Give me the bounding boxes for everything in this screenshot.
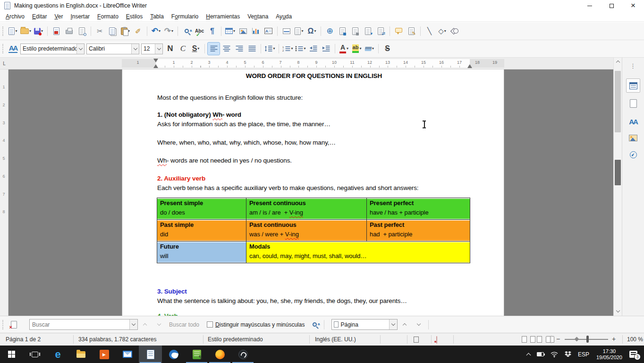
- save-status[interactable]: [436, 337, 437, 343]
- table-cell-present-simple[interactable]: Present simple do / does: [157, 198, 246, 220]
- tray-dropbox[interactable]: [565, 351, 571, 357]
- paragraph[interactable]: Each verb tense has a specific auxiliary…: [157, 183, 471, 192]
- track-changes-button[interactable]: ✎: [406, 25, 417, 37]
- multi-page-view-button[interactable]: [530, 336, 535, 343]
- zoom-slider-thumb[interactable]: [586, 336, 589, 343]
- insert-table-button[interactable]: ▾: [224, 25, 236, 37]
- basic-shapes-button[interactable]: ◇▾: [436, 25, 448, 37]
- page-count-status[interactable]: Página 1 de 2: [6, 336, 41, 343]
- tray-clock[interactable]: 17:30 19/05/2020: [596, 348, 622, 361]
- tray-keyboard-language[interactable]: ESP: [578, 351, 589, 358]
- menu-ver[interactable]: Ver: [51, 12, 67, 21]
- spelling-button[interactable]: Abc✓: [194, 25, 205, 37]
- scroll-down-button[interactable]: [614, 307, 622, 315]
- increase-indent-button[interactable]: [320, 43, 332, 55]
- insert-chart-button[interactable]: [250, 25, 262, 37]
- insert-bookmark-button[interactable]: ▾: [362, 25, 374, 37]
- special-character-button[interactable]: Ω▾: [306, 25, 318, 37]
- table-cell-future[interactable]: Future will: [157, 242, 246, 263]
- combo-arrow[interactable]: [131, 44, 139, 54]
- vertical-scrollbar[interactable]: [613, 58, 622, 316]
- tab-stop-selector[interactable]: L: [0, 58, 8, 69]
- task-view-button[interactable]: [23, 346, 46, 363]
- print-preview-button[interactable]: [76, 25, 88, 37]
- unordered-list-button[interactable]: ▾: [295, 43, 306, 55]
- scrollbar-thumb-dark[interactable]: [615, 160, 621, 185]
- open-button[interactable]: ▾: [20, 25, 32, 37]
- taskbar-notes-app[interactable]: ✎: [185, 346, 208, 363]
- menu-archivo[interactable]: Archivo: [2, 12, 28, 21]
- cross-reference-button[interactable]: ⇄: [375, 25, 387, 37]
- table-cell-present-perfect[interactable]: Present perfect have / has + participle: [367, 198, 470, 220]
- search-history-arrow[interactable]: [129, 320, 137, 329]
- align-center-button[interactable]: [220, 43, 232, 55]
- page-break-button[interactable]: [280, 25, 292, 37]
- styles-button[interactable]: AA: [7, 43, 19, 55]
- font-size-combo[interactable]: 12: [141, 43, 163, 54]
- paragraph[interactable]: What the sentence is talking about: you,…: [157, 296, 471, 305]
- document-heading[interactable]: WORD ORDER FOR QUESTIONS IN ENGLISH: [157, 71, 471, 80]
- paste-button[interactable]: ▾: [119, 25, 131, 37]
- save-button[interactable]: ▾: [33, 25, 44, 37]
- scrollbar-thumb[interactable]: [615, 71, 621, 132]
- match-case-label[interactable]: Distinguir mayúsculas y minúsculas: [215, 321, 305, 328]
- insert-endnote-button[interactable]: [349, 25, 361, 37]
- next-page-button[interactable]: [413, 319, 425, 331]
- navigate-by-combo[interactable]: Página: [331, 319, 398, 330]
- taskbar-movies-app[interactable]: ▶: [93, 346, 116, 363]
- taskbar-libreoffice-writer[interactable]: [139, 346, 162, 363]
- draw-functions-button[interactable]: [449, 25, 461, 37]
- sidebar-page-button[interactable]: [626, 96, 640, 111]
- word-count-status[interactable]: 334 palabras, 1.782 caracteres: [78, 336, 156, 343]
- scroll-up-button[interactable]: [614, 58, 622, 66]
- formatting-marks-button[interactable]: ¶: [206, 25, 218, 37]
- table-cell-past-perfect[interactable]: Past perfect had + participle: [367, 220, 470, 242]
- cut-button[interactable]: ✂: [94, 25, 106, 37]
- sidebar-menu-button[interactable]: ⋮: [626, 61, 640, 70]
- menu-formato[interactable]: Formato: [93, 12, 122, 21]
- combo-arrow[interactable]: [155, 44, 162, 54]
- menu-ayuda[interactable]: Ayuda: [272, 12, 296, 21]
- menu-insertar[interactable]: Insertar: [67, 12, 93, 21]
- align-left-button[interactable]: [208, 43, 220, 55]
- table-cell-past-continuous[interactable]: Past continuous was / were + V-ing: [246, 220, 367, 242]
- find-next-button[interactable]: [153, 319, 165, 331]
- close-find-bar-button[interactable]: ×: [8, 319, 20, 331]
- tray-wifi[interactable]: [551, 352, 558, 357]
- copy-button[interactable]: [107, 25, 119, 37]
- insert-footnote-button[interactable]: [337, 25, 348, 37]
- paragraph-intro[interactable]: Most of the questions in English follow …: [157, 93, 471, 102]
- maximize-button[interactable]: [601, 0, 622, 11]
- font-color-button[interactable]: A▾: [338, 43, 350, 55]
- insert-comment-button[interactable]: [393, 25, 405, 37]
- insert-mode-status[interactable]: [414, 337, 420, 344]
- left-indent-marker[interactable]: [153, 59, 158, 62]
- sidebar-styles-button[interactable]: AA: [626, 114, 640, 129]
- align-right-button[interactable]: [233, 43, 245, 55]
- find-previous-button[interactable]: [139, 319, 151, 331]
- table-cell-present-continuous[interactable]: Present continuous am / is / are + V-ing: [246, 198, 367, 220]
- sidebar-navigator-button[interactable]: [626, 147, 640, 162]
- table-cell-past-simple[interactable]: Past simple did: [157, 220, 246, 242]
- zoom-level-status[interactable]: 100 %: [627, 336, 643, 343]
- paragraph[interactable]: Where, when, who, what, why, which, whos…: [157, 138, 471, 147]
- search-input[interactable]: [30, 320, 129, 329]
- combo-arrow[interactable]: [76, 44, 84, 54]
- italic-button[interactable]: C: [177, 43, 189, 55]
- insert-line-button[interactable]: ╲: [424, 25, 435, 37]
- bold-button[interactable]: N: [164, 43, 176, 55]
- redo-button[interactable]: ↷▾: [163, 25, 175, 37]
- sidebar-properties-button[interactable]: [626, 78, 640, 93]
- page-style-status[interactable]: Estilo predeterminado: [208, 336, 263, 343]
- sidebar-gallery-button[interactable]: [626, 131, 640, 145]
- taskbar-file-explorer[interactable]: [69, 346, 93, 363]
- find-all-label[interactable]: Buscar todo: [169, 321, 199, 328]
- tray-notifications[interactable]: 3: [629, 351, 637, 358]
- document-page[interactable]: WORD ORDER FOR QUESTIONS IN ENGLISH Most…: [122, 69, 504, 316]
- language-status[interactable]: Inglés (EE. UU.): [315, 336, 356, 343]
- ordered-list-button[interactable]: 12▾: [282, 43, 294, 55]
- tray-show-hidden-icons[interactable]: [527, 352, 530, 357]
- export-pdf-button[interactable]: [51, 25, 62, 37]
- background-color-button[interactable]: ▾: [364, 43, 375, 55]
- first-line-indent-marker[interactable]: [153, 64, 158, 68]
